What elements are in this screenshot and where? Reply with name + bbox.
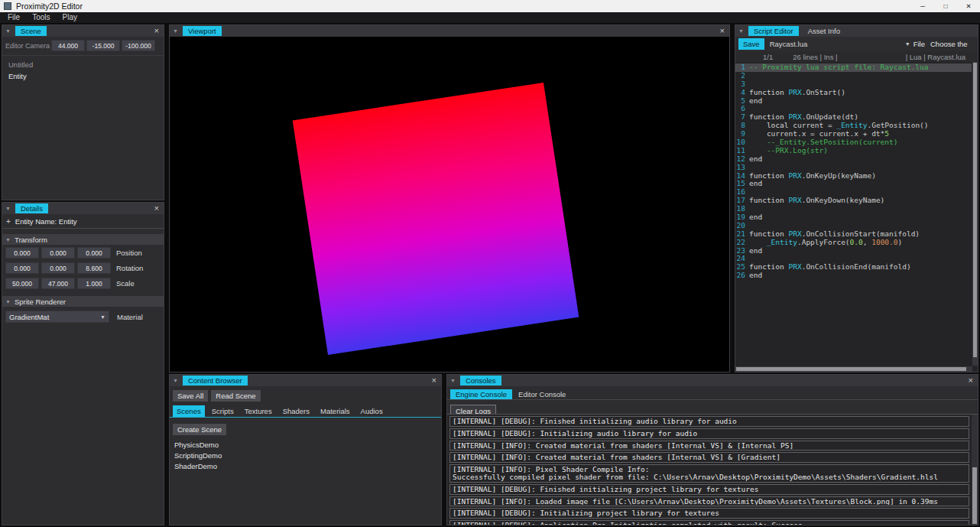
code-text: end xyxy=(749,180,762,188)
save-button[interactable]: Save xyxy=(738,38,764,50)
minimize-icon[interactable]: ─ xyxy=(911,0,934,12)
camera-value-input-0[interactable]: 44.000 xyxy=(51,40,85,51)
collapse-icon[interactable]: ▼ xyxy=(173,375,178,386)
entity-name-label: Entity Name: Entity xyxy=(15,217,77,226)
sprite-renderer-section-header[interactable]: ▼ Sprite Renderer xyxy=(2,296,164,307)
content-tab-audios[interactable]: Audios xyxy=(357,405,387,417)
transform-header-label: Transform xyxy=(15,236,47,244)
code-line[interactable]: 22 _Entity.ApplyForce(0.0, 1000.0) xyxy=(735,239,972,247)
close-icon[interactable]: × xyxy=(153,203,161,213)
transform-value-input[interactable]: 8.600 xyxy=(77,262,111,274)
content-tab-scripts[interactable]: Scripts xyxy=(208,405,238,417)
menu-file[interactable]: File xyxy=(2,12,26,23)
plus-icon[interactable]: + xyxy=(6,217,11,226)
editor-camera-row: Editor Camera 44.000-15.000-100.000 xyxy=(2,37,164,56)
list-item[interactable]: ShaderDemo xyxy=(170,461,441,472)
tab-consoles[interactable]: Consoles xyxy=(460,376,501,385)
transform-value-input[interactable]: 50.000 xyxy=(5,278,39,289)
code-text: end xyxy=(749,247,762,255)
transform-value-input[interactable]: 0.000 xyxy=(41,262,75,274)
code-line[interactable]: 11 --PRX.Log(str) xyxy=(735,147,972,155)
content-tab-materials[interactable]: Materials xyxy=(316,405,354,417)
transform-value-input[interactable]: 1.000 xyxy=(77,278,111,289)
tab-details[interactable]: Details xyxy=(15,203,48,213)
collapse-icon[interactable]: ▼ xyxy=(5,25,11,37)
collapse-icon[interactable]: ▼ xyxy=(173,25,178,37)
transform-value-input[interactable]: 0.000 xyxy=(5,262,39,274)
viewport-canvas[interactable] xyxy=(170,37,729,372)
content-tab-shaders[interactable]: Shaders xyxy=(279,405,313,417)
console-scrollbar[interactable] xyxy=(972,415,978,525)
collapse-icon[interactable]: ▼ xyxy=(5,203,11,214)
read-scene-button[interactable]: Read Scene xyxy=(211,390,260,402)
horizontal-scrollbar[interactable] xyxy=(735,366,972,372)
transform-value-input[interactable]: 0.000 xyxy=(41,247,75,259)
transform-value-input[interactable]: 0.000 xyxy=(77,247,111,259)
code-line[interactable]: 5end xyxy=(735,97,972,106)
file-menu[interactable]: ▼ File xyxy=(905,40,925,48)
code-line[interactable]: 19end xyxy=(735,213,972,222)
entity-item[interactable]: Entity xyxy=(2,69,164,80)
script-editor-panel-header: ▼ Script Editor Asset Info xyxy=(735,25,978,37)
log-entry: [INTERNAL] [DEBUG]: Initializing audio l… xyxy=(449,428,969,439)
language-file-status: | Lua | Raycast.lua xyxy=(906,53,965,61)
code-line[interactable]: 15end xyxy=(735,180,972,188)
tab-scene[interactable]: Scene xyxy=(15,26,47,36)
theme-select[interactable]: Choose the xyxy=(930,40,978,48)
close-icon[interactable]: × xyxy=(430,376,438,385)
save-all-button[interactable]: Save All xyxy=(173,390,208,402)
code-line[interactable]: 25function PRX.OnCollisionEnd(manifold) xyxy=(735,263,972,272)
code-text: _Entity.ApplyForce(0.0, 1000.0) xyxy=(749,239,902,247)
vertical-scrollbar[interactable] xyxy=(972,62,978,366)
window-title: Proximity2D Editor xyxy=(16,2,83,11)
list-item[interactable]: PhysicsDemo xyxy=(170,440,441,451)
maximize-icon[interactable]: □ xyxy=(934,0,957,12)
code-text: function PRX.OnKeyDown(keyName) xyxy=(749,197,884,205)
content-tab-textures[interactable]: Textures xyxy=(241,405,276,417)
transform-value-input[interactable]: 47.000 xyxy=(41,278,75,289)
menu-play[interactable]: Play xyxy=(56,12,83,23)
transform-section-header[interactable]: ▼ Transform xyxy=(2,234,164,245)
tab-engine-console[interactable]: Engine Console xyxy=(450,389,512,399)
log-entry: [INTERNAL] [INFO]: Pixel Shader Compile … xyxy=(449,464,969,483)
tab-content-browser[interactable]: Content Browser xyxy=(183,376,248,385)
material-dropdown[interactable]: GradientMat ▼ xyxy=(5,311,109,323)
tab-asset-info[interactable]: Asset Info xyxy=(803,26,845,36)
close-icon[interactable]: × xyxy=(153,26,161,36)
list-item[interactable]: ScriptingDemo xyxy=(170,451,441,461)
code-line[interactable]: 2 xyxy=(735,72,972,80)
transform-rows: 0.0000.0000.000Position0.0000.0008.600Ro… xyxy=(2,245,164,291)
menubar: FileToolsPlay xyxy=(0,12,980,23)
tab-script-editor[interactable]: Script Editor xyxy=(748,26,799,36)
code-line[interactable]: 4function PRX.OnStart() xyxy=(735,89,972,97)
camera-value-input-2[interactable]: -100.000 xyxy=(122,40,155,51)
camera-value-input-1[interactable]: -15.000 xyxy=(86,40,120,51)
code-line[interactable]: 18 xyxy=(735,205,972,213)
code-line[interactable]: 12end xyxy=(735,155,972,164)
content-browser-panel: ▼ Content Browser × Save All Read Scene … xyxy=(169,374,442,525)
material-row: GradientMat ▼ Material xyxy=(2,307,164,323)
code-line[interactable]: 26end xyxy=(735,272,972,280)
collapse-icon[interactable]: ▼ xyxy=(450,375,456,386)
tab-editor-console[interactable]: Editor Console xyxy=(514,389,570,399)
log-line: [INTERNAL] [DEBUG]: Finished initializin… xyxy=(453,418,966,425)
log-entry: [INTERNAL] [INFO]: Created material from… xyxy=(449,441,969,451)
transform-value-input[interactable]: 0.000 xyxy=(5,247,39,259)
content-tab-scenes[interactable]: Scenes xyxy=(173,405,205,417)
script-editor-panel: ▼ Script Editor Asset Info Save Raycast.… xyxy=(735,24,978,372)
close-window-icon[interactable]: ✕ xyxy=(957,0,980,12)
gradient-quad-sprite[interactable] xyxy=(293,83,579,355)
menu-tools[interactable]: Tools xyxy=(26,12,56,23)
code-editor[interactable]: 1-- Proximity lua script file: Raycast.l… xyxy=(735,62,978,372)
collapse-icon[interactable]: ▼ xyxy=(738,25,744,37)
code-line[interactable]: 17function PRX.OnKeyDown(keyName) xyxy=(735,197,972,205)
close-icon[interactable]: × xyxy=(719,26,726,36)
scene-panel: ▼ Scene × Editor Camera 44.000-15.000-10… xyxy=(2,24,164,200)
code-line[interactable]: 23end xyxy=(735,247,972,255)
line-number: 22 xyxy=(735,239,749,247)
tab-viewport[interactable]: Viewport xyxy=(183,26,222,36)
code-line[interactable]: 14function PRX.OnKeyUp(keyName) xyxy=(735,172,972,181)
create-scene-button[interactable]: Create Scene xyxy=(173,424,226,435)
code-line[interactable]: 1-- Proximity lua script file: Raycast.l… xyxy=(735,63,972,72)
close-icon[interactable]: × xyxy=(967,376,975,385)
